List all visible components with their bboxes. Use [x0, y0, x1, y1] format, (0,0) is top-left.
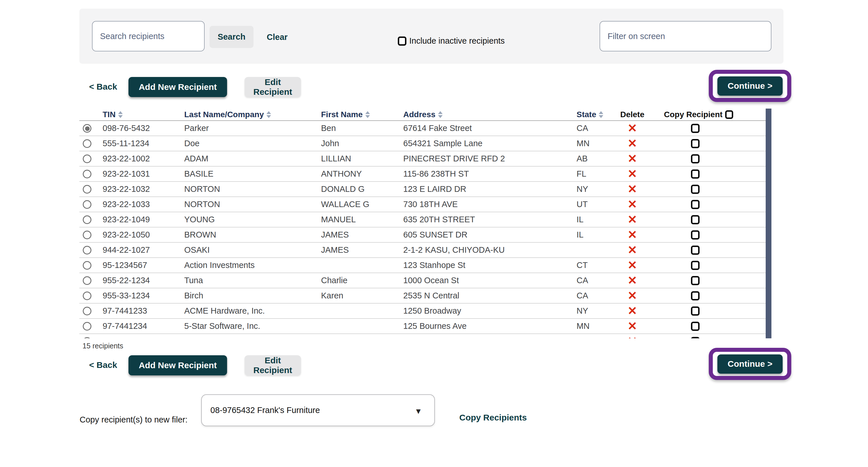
- edit-recipient-button-top[interactable]: Edit Recipient: [245, 77, 301, 97]
- row-copy-checkbox[interactable]: [691, 245, 700, 255]
- delete-icon[interactable]: ✕: [609, 182, 655, 196]
- include-inactive-checkbox[interactable]: [398, 36, 406, 46]
- search-panel: Search Clear Include inactive recipients: [79, 9, 783, 64]
- delete-icon[interactable]: ✕: [609, 319, 655, 333]
- row-first-name: WALLACE G: [321, 197, 369, 212]
- copy-all-checkbox[interactable]: [725, 110, 733, 119]
- table-row: 955-33-1234 Birch Karen 2535 N Central C…: [79, 288, 766, 304]
- row-select-radio[interactable]: [83, 200, 91, 209]
- row-first-name: LILLIAN: [321, 152, 351, 166]
- row-copy-checkbox[interactable]: [691, 276, 700, 285]
- row-tin: 955-33-1234: [103, 288, 150, 303]
- copy-recipients-button[interactable]: Copy Recipients: [459, 413, 527, 423]
- row-select-radio[interactable]: [83, 261, 91, 270]
- row-last-name: YOUNG: [184, 212, 215, 227]
- sort-icon[interactable]: [365, 111, 370, 118]
- delete-icon[interactable]: ✕: [609, 288, 655, 303]
- row-tin: 923-22-1033: [103, 197, 150, 212]
- delete-icon[interactable]: ✕: [609, 228, 655, 242]
- clear-button[interactable]: Clear: [267, 32, 288, 42]
- sort-icon[interactable]: [438, 111, 443, 118]
- continue-button-bottom[interactable]: Continue >: [717, 355, 783, 374]
- edit-recipient-button-bottom[interactable]: Edit Recipient: [245, 355, 301, 375]
- row-select-radio[interactable]: [83, 170, 91, 178]
- delete-icon[interactable]: ✕: [609, 152, 655, 166]
- table-row: 555-11-1234 Doe John 654321 Sample Lane …: [79, 136, 766, 152]
- filer-select-value: 08-9765432 Frank's Furniture: [210, 405, 320, 415]
- row-copy-checkbox[interactable]: [691, 261, 700, 270]
- search-button[interactable]: Search: [210, 26, 253, 48]
- filter-on-screen-input[interactable]: [599, 21, 771, 52]
- delete-icon[interactable]: ✕: [609, 258, 655, 272]
- continue-button-top[interactable]: Continue >: [717, 76, 783, 96]
- row-tin: 923-22-1049: [103, 212, 150, 227]
- delete-icon[interactable]: ✕: [609, 121, 655, 135]
- row-first-name: MANUEL: [321, 212, 356, 227]
- row-state: UT: [577, 197, 588, 212]
- row-select-radio[interactable]: [83, 215, 91, 224]
- row-copy-checkbox[interactable]: [691, 185, 700, 194]
- row-address: 654321 Sample Lane: [403, 136, 483, 151]
- table-scrollbar[interactable]: [766, 108, 771, 338]
- header-delete: Delete: [609, 108, 655, 121]
- row-copy-checkbox[interactable]: [691, 337, 700, 338]
- header-last-name[interactable]: Last Name/Company: [184, 108, 271, 121]
- delete-icon[interactable]: ✕: [609, 243, 655, 257]
- row-copy-checkbox[interactable]: [691, 169, 700, 179]
- sort-icon[interactable]: [267, 111, 271, 118]
- row-copy-checkbox[interactable]: [691, 291, 700, 300]
- delete-icon[interactable]: ✕: [609, 212, 655, 227]
- row-select-radio[interactable]: [83, 231, 91, 239]
- row-select-radio[interactable]: [83, 292, 91, 300]
- delete-icon[interactable]: ✕: [609, 136, 655, 151]
- row-address: 125 Bournes Ave: [403, 319, 466, 333]
- sort-icon[interactable]: [599, 111, 603, 118]
- row-last-name: BASILE: [184, 167, 214, 181]
- row-select-radio[interactable]: [83, 246, 91, 255]
- row-select-radio[interactable]: [83, 337, 91, 338]
- row-copy-checkbox[interactable]: [691, 154, 700, 163]
- row-first-name: John: [321, 136, 339, 151]
- copy-to-filer-label: Copy recipient(s) to new filer:: [80, 415, 188, 425]
- row-copy-checkbox[interactable]: [691, 139, 700, 148]
- header-first-name[interactable]: First Name: [321, 108, 370, 121]
- header-state[interactable]: State: [577, 108, 603, 121]
- row-copy-checkbox[interactable]: [691, 200, 700, 209]
- row-select-radio[interactable]: [83, 185, 91, 194]
- row-copy-checkbox[interactable]: [691, 215, 700, 224]
- row-select-radio[interactable]: [83, 139, 91, 148]
- row-address: 605 SUNSET DR: [403, 228, 468, 242]
- row-first-name: JAMES: [321, 243, 349, 257]
- row-last-name: Doe: [184, 136, 199, 151]
- add-new-recipient-button-bottom[interactable]: Add New Recipient: [128, 355, 227, 375]
- row-copy-checkbox[interactable]: [691, 230, 700, 239]
- back-link-bottom[interactable]: < Back: [89, 360, 117, 370]
- delete-icon[interactable]: ✕: [609, 273, 655, 288]
- table-row: 95-1234567 Action Investments 123 Stanho…: [79, 258, 766, 273]
- row-address: 115-86 238TH ST: [403, 167, 469, 181]
- row-select-radio[interactable]: [83, 276, 91, 285]
- search-input[interactable]: [92, 21, 205, 52]
- header-tin[interactable]: TIN: [103, 108, 123, 121]
- delete-icon[interactable]: ✕: [609, 334, 655, 338]
- add-new-recipient-button-top[interactable]: Add New Recipient: [128, 77, 227, 97]
- row-copy-checkbox[interactable]: [691, 124, 700, 133]
- back-link-top[interactable]: < Back: [89, 82, 117, 92]
- row-first-name: Ben: [321, 121, 336, 136]
- header-address[interactable]: Address: [403, 108, 443, 121]
- row-select-radio[interactable]: [83, 155, 91, 163]
- filer-select[interactable]: 08-9765432 Frank's Furniture ▼: [201, 394, 435, 426]
- row-last-name: 5-Star Software, Inc.: [184, 319, 260, 333]
- row-address: 1250 Broadway: [403, 304, 461, 318]
- row-copy-checkbox[interactable]: [691, 322, 700, 331]
- delete-icon[interactable]: ✕: [609, 197, 655, 211]
- table-body: 098-76-5432 Parker Ben 67614 Fake Street…: [79, 121, 766, 338]
- sort-icon[interactable]: [118, 111, 123, 118]
- delete-icon[interactable]: ✕: [609, 304, 655, 318]
- delete-icon[interactable]: ✕: [609, 167, 655, 181]
- row-state: AB: [577, 152, 588, 166]
- row-select-radio[interactable]: [83, 124, 91, 133]
- row-copy-checkbox[interactable]: [691, 306, 700, 315]
- row-select-radio[interactable]: [83, 322, 91, 331]
- row-select-radio[interactable]: [83, 307, 91, 315]
